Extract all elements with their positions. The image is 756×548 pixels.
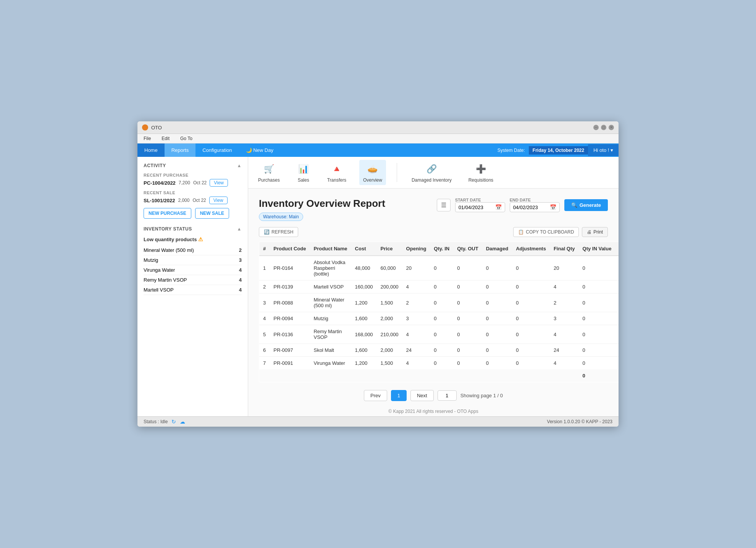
copyright: © Kapp 2021 All rights reserved - OTO Ap… bbox=[259, 409, 608, 416]
table-row: 4 PR-0094 Mutzig 1,600 2,000 3 0 0 0 0 3… bbox=[259, 312, 619, 325]
col-product-code: Product Code bbox=[270, 242, 310, 256]
cell-opening: 20 bbox=[402, 256, 430, 280]
cell-qty-in-value: 0 bbox=[579, 280, 615, 293]
end-date-calendar-icon[interactable]: 📅 bbox=[550, 204, 556, 210]
recent-sale-date: Oct 22 bbox=[192, 198, 206, 203]
new-purchase-button[interactable]: NEW PURCHASE bbox=[144, 208, 191, 219]
table-row: 3 PR-0088 Mineral Water (500 ml) 1,200 1… bbox=[259, 293, 619, 312]
recent-sale-label: RECENT SALE bbox=[144, 190, 242, 195]
col-final-qty: Final Qty bbox=[550, 242, 579, 256]
footer-left: Status : Idle ↻ ☁ bbox=[144, 419, 185, 425]
cell-qty-out: 0 bbox=[453, 344, 482, 357]
print-button[interactable]: 🖨 Print bbox=[582, 227, 608, 237]
cell-num: 7 bbox=[259, 357, 270, 370]
toolbar-purchases[interactable]: 🛒 Purchases bbox=[254, 160, 284, 185]
new-sale-button[interactable]: NEW SALE bbox=[195, 208, 229, 219]
cell-adjustments: 0 bbox=[512, 357, 550, 370]
cell-num: 2 bbox=[259, 280, 270, 293]
toolbar-transfers[interactable]: 🔺 Transfers bbox=[323, 160, 350, 185]
overview-icon: 🥧 bbox=[366, 162, 380, 176]
col-adjustments: Adjustments bbox=[512, 242, 550, 256]
product-name: Martell VSOP bbox=[144, 287, 174, 293]
app-icon bbox=[142, 124, 148, 131]
toolbar-sales[interactable]: 📊 Sales bbox=[293, 160, 314, 185]
recent-purchase-view-btn[interactable]: View bbox=[210, 179, 228, 187]
cell-qty-in: 0 bbox=[430, 293, 453, 312]
user-menu[interactable]: Hi oto ! ▾ bbox=[588, 144, 619, 156]
start-date-calendar-icon[interactable]: 📅 bbox=[495, 204, 502, 210]
nav-home[interactable]: Home bbox=[137, 143, 165, 157]
cell-qty-in: 0 bbox=[430, 312, 453, 325]
cell-qty-out: 0 bbox=[453, 256, 482, 280]
cell-name: Mineral Water (500 ml) bbox=[310, 293, 351, 312]
cell-code: PR-0136 bbox=[270, 325, 310, 344]
product-name: Mineral Water (500 ml) bbox=[144, 247, 194, 253]
col-qty-out-value: Qty OUT Value bbox=[615, 242, 619, 256]
warehouse-badge[interactable]: Warehouse: Main bbox=[259, 213, 303, 221]
menu-file[interactable]: File bbox=[142, 135, 152, 142]
nav-reports[interactable]: Reports bbox=[165, 143, 196, 157]
cell-code: PR-0097 bbox=[270, 344, 310, 357]
page-1-button[interactable]: 1 bbox=[391, 390, 407, 401]
cell-qty-in: 0 bbox=[430, 357, 453, 370]
cell-cost: 160,000 bbox=[351, 280, 377, 293]
export-buttons: 📋 COPY TO CLIPBOARD 🖨 Print bbox=[513, 227, 608, 237]
prev-page-button[interactable]: Prev bbox=[364, 390, 387, 401]
report-area: Inventory Overview Report Warehouse: Mai… bbox=[248, 189, 619, 416]
cell-opening: 4 bbox=[402, 357, 430, 370]
product-qty: 2 bbox=[239, 247, 242, 253]
cell-qty-in: 0 bbox=[430, 325, 453, 344]
total-qty-out-value: 0 bbox=[615, 369, 619, 382]
copy-clipboard-button[interactable]: 📋 COPY TO CLIPBOARD bbox=[513, 227, 579, 237]
report-title: Inventory Overview Report bbox=[259, 198, 385, 210]
cell-damaged: 0 bbox=[482, 312, 512, 325]
generate-button[interactable]: 🔍 Generate bbox=[564, 199, 608, 211]
minimize-button[interactable]: ─ bbox=[593, 125, 599, 130]
cell-cost: 1,200 bbox=[351, 357, 377, 370]
cell-qty-in-value: 0 bbox=[579, 312, 615, 325]
product-qty: 3 bbox=[239, 257, 242, 263]
product-name: Mutzig bbox=[144, 257, 158, 263]
menu-goto[interactable]: Go To bbox=[179, 135, 194, 142]
toolbar-damaged[interactable]: 🔗 Damaged Inventory bbox=[408, 160, 456, 185]
col-cost: Cost bbox=[351, 242, 377, 256]
end-date-label: END DATE bbox=[510, 198, 560, 202]
table-row: 1 PR-0164 Absolut Vodka Raspberri (bottl… bbox=[259, 256, 619, 280]
recent-sale-id: SL-1001/2022 bbox=[144, 198, 175, 203]
warning-icon: ⚠ bbox=[198, 236, 203, 242]
filter-button[interactable]: ☰ bbox=[437, 199, 451, 211]
main-content: 🛒 Purchases 📊 Sales 🔺 Transfers 🥧 Overvi… bbox=[248, 157, 619, 416]
close-button[interactable]: ✕ bbox=[609, 125, 614, 130]
menu-edit[interactable]: Edit bbox=[160, 135, 171, 142]
cell-qty-in-value: 0 bbox=[579, 293, 615, 312]
nav-new-day[interactable]: 🌙 New Day bbox=[239, 143, 280, 157]
inventory-status-collapse-icon[interactable]: ▲ bbox=[237, 226, 242, 232]
sales-label: Sales bbox=[298, 177, 309, 183]
start-date-group: START DATE 📅 bbox=[455, 198, 505, 212]
table-row: 2 PR-0139 Martell VSOP 160,000 200,000 4… bbox=[259, 280, 619, 293]
maximize-button[interactable]: □ bbox=[601, 125, 606, 130]
cell-cost: 1,600 bbox=[351, 312, 377, 325]
next-page-button[interactable]: Next bbox=[410, 390, 434, 401]
table-row: 5 PR-0136 Remy Martin VSOP 168,000 210,0… bbox=[259, 325, 619, 344]
cell-cost: 1,600 bbox=[351, 344, 377, 357]
toolbar-requisitions[interactable]: ➕ Requisitions bbox=[465, 160, 497, 185]
refresh-button[interactable]: 🔄 REFRESH bbox=[259, 227, 298, 237]
sidebar: ACTIVITY ▲ RECENT PURCHASE PC-1004/2022 … bbox=[137, 157, 248, 416]
cell-opening: 2 bbox=[402, 293, 430, 312]
recent-sale-view-btn[interactable]: View bbox=[209, 197, 228, 204]
page-number-input[interactable] bbox=[438, 390, 457, 401]
activity-collapse-icon[interactable]: ▲ bbox=[237, 163, 242, 168]
cell-damaged: 0 bbox=[482, 280, 512, 293]
cell-damaged: 0 bbox=[482, 256, 512, 280]
cell-qty-out-value: 0 bbox=[615, 280, 619, 293]
requisitions-label: Requisitions bbox=[468, 177, 493, 183]
report-header: Inventory Overview Report Warehouse: Mai… bbox=[259, 198, 608, 221]
end-date-input[interactable] bbox=[513, 205, 548, 210]
cell-qty-out-value: 0 bbox=[615, 357, 619, 370]
nav-configuration[interactable]: Configuration bbox=[195, 143, 239, 157]
cell-qty-in: 0 bbox=[430, 256, 453, 280]
toolbar-overview[interactable]: 🥧 Overview bbox=[359, 160, 386, 185]
start-date-input[interactable] bbox=[459, 205, 493, 210]
window-controls: ─ □ ✕ bbox=[593, 125, 614, 130]
